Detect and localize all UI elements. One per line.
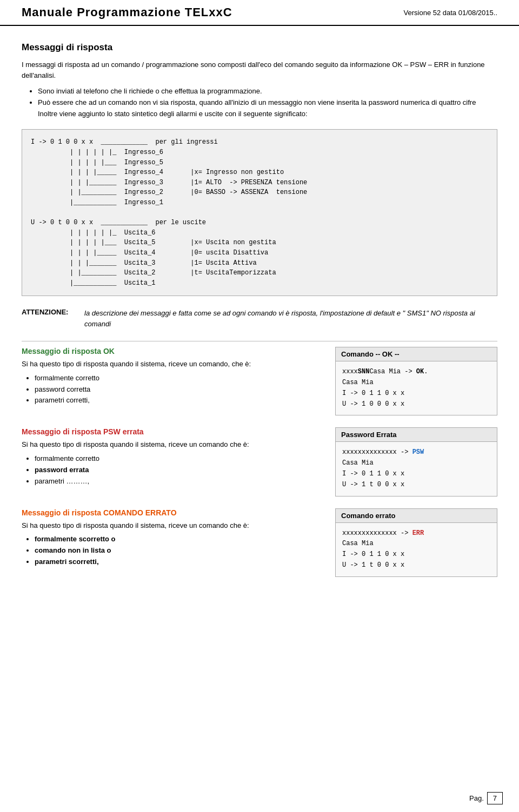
panel-box-psw-content: xxxxxxxxxxxxxx -> PSW Casa Mia I -> 0 1 … xyxy=(336,442,497,495)
page-number: 7 xyxy=(487,792,503,804)
response-ok-bullet-2: password corretta xyxy=(35,384,322,395)
response-err-bullets: formalmente scorretto o comando non in l… xyxy=(35,534,322,567)
panel-box-psw-header: Password Errata xyxy=(336,428,497,442)
attenzione-text: la descrizione dei messaggi e fatta come… xyxy=(84,308,497,329)
response-err-bullet-3: parametri scorretti, xyxy=(35,556,322,568)
response-err-bullet-2: comando non in lista o xyxy=(35,545,322,556)
footer-label: Pag. xyxy=(469,794,484,802)
code-block-main: I -> 0 1 0 0 x x ____________ per gli in… xyxy=(22,129,497,296)
code-snn-ok: SNN xyxy=(358,368,370,375)
response-ok-body: Si ha questo tipo di risposta quando il … xyxy=(22,359,322,370)
panel-box-psw: Password Errata xxxxxxxxxxxxxx -> PSW Ca… xyxy=(335,427,497,496)
intro-paragraph: I messaggi di risposta ad un comando / p… xyxy=(22,59,497,80)
response-err-left: Messaggio di risposta COMANDO ERRATO Si … xyxy=(22,508,322,577)
divider xyxy=(22,341,497,341)
response-psw-bullet-2: password errata xyxy=(35,465,322,476)
response-ok-panel: Comando -- OK -- xxxxSNNCasa Mia -> OK. … xyxy=(335,347,497,415)
code-ok-ok: OK xyxy=(416,368,424,375)
panel-box-ok-header: Comando -- OK -- xyxy=(336,347,497,361)
attenzione-block: ATTENZIONE: la descrizione dei messaggi … xyxy=(22,308,497,329)
response-psw-bullets: formalmente corretto password errata par… xyxy=(35,453,322,487)
bullet-item-2: Può essere che ad un comando non vi sia … xyxy=(38,97,497,120)
main-content: Messaggi di risposta I messaggi di rispo… xyxy=(0,37,519,621)
response-err-body: Si ha questo tipo di risposta quando il … xyxy=(22,520,322,531)
response-ok-section: Messaggio di risposta OK Si ha questo ti… xyxy=(22,347,497,415)
panel-box-err-header: Comando errato xyxy=(336,509,497,523)
page-footer: Pag. 7 xyxy=(469,792,503,804)
panel-box-ok-content: xxxxSNNCasa Mia -> OK. Casa Mia I -> 0 1… xyxy=(336,361,497,415)
response-ok-bullet-1: formalmente corretto xyxy=(35,373,322,384)
panel-box-ok: Comando -- OK -- xxxxSNNCasa Mia -> OK. … xyxy=(335,347,497,415)
response-psw-bullet-1: formalmente corretto xyxy=(35,453,322,465)
page-header: Manuale Programmazione TELxxC Versione 5… xyxy=(0,0,519,26)
response-ok-bullets: formalmente corretto password corretta p… xyxy=(35,373,322,406)
response-psw-panel: Password Errata xxxxxxxxxxxxxx -> PSW Ca… xyxy=(335,427,497,496)
document-title: Manuale Programmazione TELxxC xyxy=(22,5,232,19)
response-err-section: Messaggio di risposta COMANDO ERRATO Si … xyxy=(22,508,497,577)
section-heading: Messaggi di risposta xyxy=(22,42,497,53)
response-err-panel: Comando errato xxxxxxxxxxxxxx -> ERR Cas… xyxy=(335,508,497,577)
response-psw-section: Messaggio di risposta PSW errata Si ha q… xyxy=(22,427,497,496)
panel-box-err: Comando errato xxxxxxxxxxxxxx -> ERR Cas… xyxy=(335,508,497,577)
response-err-bullet-1: formalmente scorretto o xyxy=(35,534,322,545)
bullet-item-1: Sono inviati al telefono che li richiede… xyxy=(38,86,497,97)
intro-bullet-list: Sono inviati al telefono che li richiede… xyxy=(38,86,497,119)
attenzione-label: ATTENZIONE: xyxy=(22,308,81,316)
response-psw-body: Si ha questo tipo di risposta quando il … xyxy=(22,439,322,450)
response-psw-bullet-3: parametri ………, xyxy=(35,476,322,487)
code-psw-psw: PSW xyxy=(412,448,424,456)
response-psw-heading: Messaggio di risposta PSW errata xyxy=(22,427,322,436)
panel-box-err-content: xxxxxxxxxxxxxx -> ERR Casa Mia I -> 0 1 … xyxy=(336,523,497,576)
response-ok-left: Messaggio di risposta OK Si ha questo ti… xyxy=(22,347,322,415)
response-ok-heading: Messaggio di risposta OK xyxy=(22,347,322,355)
response-psw-left: Messaggio di risposta PSW errata Si ha q… xyxy=(22,427,322,496)
response-err-heading: Messaggio di risposta COMANDO ERRATO xyxy=(22,508,322,517)
response-ok-bullet-3: parametri corretti, xyxy=(35,395,322,406)
document-version: Versione 52 data 01/08/2015.. xyxy=(404,9,497,17)
code-err-err: ERR xyxy=(412,529,424,537)
